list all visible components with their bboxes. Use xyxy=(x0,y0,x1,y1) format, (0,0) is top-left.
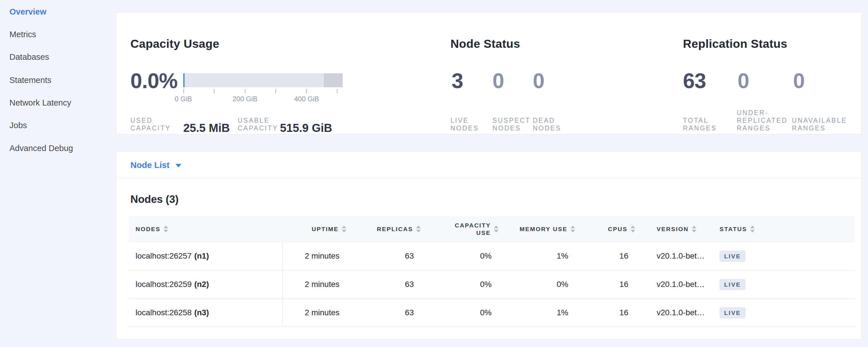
capacity-usage-panel: Capacity Usage 0.0% 0 GiB 200 GiB 400 Gi… xyxy=(130,12,454,134)
dead-nodes-label: DEAD NODES xyxy=(533,117,561,132)
sort-icon xyxy=(692,225,696,232)
node-address: localhost:26257 xyxy=(135,251,192,261)
axis-label-200gib: 200 GiB xyxy=(232,95,257,103)
sidebar-item-statements[interactable]: Statements xyxy=(9,75,52,85)
memory-use-cell: 0% xyxy=(507,270,584,298)
axis-tick xyxy=(275,89,276,93)
node-id: (n1) xyxy=(194,251,209,261)
capacity-percent-value: 0.0% xyxy=(130,69,178,93)
sort-icon xyxy=(750,225,755,232)
uptime-cell: 2 minutes xyxy=(283,270,355,298)
node-id: (n2) xyxy=(194,280,209,289)
table-row-n3[interactable]: localhost:26258 (n3) 2 minutes 63 0% 1% … xyxy=(129,298,855,327)
cpus-cell: 16 xyxy=(584,242,644,270)
status-badge: LIVE xyxy=(719,251,746,262)
capacity-use-cell: 0% xyxy=(429,298,507,327)
status-cell: LIVE xyxy=(715,270,855,298)
gauge-other-used-segment xyxy=(324,73,343,87)
replication-status-panel: Replication Status 63 0 0 TOTAL RANGES U… xyxy=(683,12,855,134)
sort-icon xyxy=(570,225,575,232)
used-capacity-value: 25.5 MiB xyxy=(183,122,230,134)
replicas-cell: 63 xyxy=(355,270,429,298)
node-address-cell[interactable]: localhost:26257 (n1) xyxy=(129,242,283,270)
version-cell: v20.1.0-bet… xyxy=(644,298,715,327)
unavailable-ranges-value: 0 xyxy=(793,69,805,93)
col-header-status[interactable]: STATUS xyxy=(715,216,855,242)
node-status-title: Node Status xyxy=(451,37,520,51)
gauge-used-marker xyxy=(183,73,184,87)
sidebar-item-overview[interactable]: Overview xyxy=(9,7,46,17)
nodes-table-header: NODES UPTIME REPLICAS CAPACITY USE MEMOR… xyxy=(129,216,855,242)
sidebar-item-advanced-debug[interactable]: Advanced Debug xyxy=(9,144,73,153)
col-header-cpus[interactable]: CPUS xyxy=(584,216,644,242)
under-replicated-ranges-label: UNDER- REPLICATED RANGES xyxy=(737,109,787,132)
col-header-version[interactable]: VERSION xyxy=(644,216,715,242)
col-header-replicas-label: REPLICAS xyxy=(377,226,413,232)
sort-icon xyxy=(163,225,168,232)
table-row-n2[interactable]: localhost:26259 (n2) 2 minutes 63 0% 0% … xyxy=(129,270,855,298)
sort-icon xyxy=(494,225,498,232)
replication-status-title: Replication Status xyxy=(683,37,787,51)
memory-use-cell: 1% xyxy=(507,242,584,270)
replicas-cell: 63 xyxy=(355,298,429,327)
node-list-dropdown[interactable]: Node List xyxy=(130,152,181,178)
axis-tick xyxy=(337,89,338,93)
capacity-gauge: 0 GiB 200 GiB 400 GiB xyxy=(183,73,343,87)
cpus-cell: 16 xyxy=(584,298,644,327)
memory-use-cell: 1% xyxy=(507,298,584,327)
sidebar-item-databases[interactable]: Databases xyxy=(9,52,49,62)
nodes-heading: Nodes (3) xyxy=(130,193,179,206)
cpus-cell: 16 xyxy=(584,270,644,298)
nodes-table: NODES UPTIME REPLICAS CAPACITY USE MEMOR… xyxy=(129,216,855,327)
capacity-use-cell: 0% xyxy=(429,270,507,298)
used-capacity-label: USED CAPACITY xyxy=(130,117,171,132)
node-address-cell[interactable]: localhost:26259 (n2) xyxy=(129,270,283,298)
version-cell: v20.1.0-bet… xyxy=(644,270,715,298)
under-replicated-ranges-value: 0 xyxy=(738,69,749,93)
version-cell: v20.1.0-bet… xyxy=(644,242,715,270)
col-header-replicas[interactable]: REPLICAS xyxy=(355,216,429,242)
node-address: localhost:26259 xyxy=(135,280,192,289)
sidebar: Overview Metrics Databases Statements Ne… xyxy=(0,0,116,347)
live-nodes-label: LIVE NODES xyxy=(451,117,479,132)
col-header-memory-use[interactable]: MEMORY USE xyxy=(507,216,584,242)
node-list-card: Node List Nodes (3) NODES UPTIME REPLICA… xyxy=(116,151,861,339)
axis-label-0gib: 0 GiB xyxy=(175,95,192,103)
node-status-panel: Node Status 3 0 0 LIVE NODES SUSPECT NOD… xyxy=(451,12,674,134)
col-header-uptime-label: UPTIME xyxy=(312,226,339,232)
sort-icon xyxy=(631,225,635,232)
usable-capacity-value: 515.9 GiB xyxy=(280,122,332,134)
axis-label-400gib: 400 GiB xyxy=(294,95,319,103)
sidebar-item-metrics[interactable]: Metrics xyxy=(9,30,36,39)
total-ranges-label: TOTAL RANGES xyxy=(683,117,717,132)
sidebar-item-jobs[interactable]: Jobs xyxy=(9,121,27,130)
total-ranges-value: 63 xyxy=(683,69,706,93)
status-cell: LIVE xyxy=(715,242,855,270)
sidebar-item-network-latency[interactable]: Network Latency xyxy=(9,98,71,107)
sort-icon xyxy=(416,225,421,232)
gauge-axis-ticks xyxy=(183,89,338,93)
sort-icon xyxy=(342,225,346,232)
col-header-nodes[interactable]: NODES xyxy=(129,216,283,242)
col-header-status-label: STATUS xyxy=(719,226,747,232)
uptime-cell: 2 minutes xyxy=(283,242,355,270)
axis-tick xyxy=(245,89,245,93)
table-row-n1[interactable]: localhost:26257 (n1) 2 minutes 63 0% 1% … xyxy=(129,242,855,270)
status-badge: LIVE xyxy=(719,279,746,290)
axis-tick xyxy=(306,89,307,93)
suspect-nodes-value: 0 xyxy=(493,69,504,93)
col-header-capacity-use-label: CAPACITY USE xyxy=(450,222,491,236)
node-address-cell[interactable]: localhost:26258 (n3) xyxy=(129,298,283,327)
status-badge: LIVE xyxy=(719,307,746,318)
gauge-usable-segment xyxy=(183,73,324,87)
cluster-summary-card: Capacity Usage 0.0% 0 GiB 200 GiB 400 Gi… xyxy=(116,12,861,134)
uptime-cell: 2 minutes xyxy=(283,298,355,327)
axis-tick xyxy=(183,89,184,93)
col-header-capacity-use[interactable]: CAPACITY USE xyxy=(429,216,507,242)
node-list-dropdown-label: Node List xyxy=(130,160,169,170)
status-cell: LIVE xyxy=(715,298,855,327)
col-header-nodes-label: NODES xyxy=(135,226,160,232)
suspect-nodes-label: SUSPECT NODES xyxy=(493,117,530,132)
dead-nodes-value: 0 xyxy=(533,69,544,93)
col-header-uptime[interactable]: UPTIME xyxy=(283,216,355,242)
